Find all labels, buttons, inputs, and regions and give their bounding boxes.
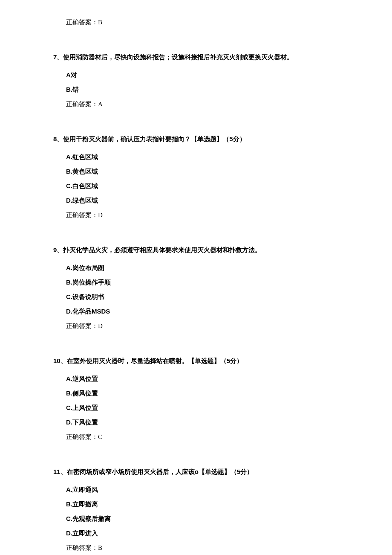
answer-value: D <box>98 323 103 329</box>
question-text: 在密闭场所或窄小场所使用灭火器后，人应该o【单选题】（5分） <box>67 468 254 475</box>
answer-value: D <box>98 212 103 218</box>
option-d: D.下风位置 <box>66 417 358 427</box>
option-a: A对 <box>66 70 358 80</box>
question-number: 8、 <box>53 135 63 142</box>
question-text: 使用消防器材后，尽快向设施科报告；设施科接报后补充灭火剂或更换灭火器材。 <box>63 53 293 61</box>
option-b: B.黄色区域 <box>66 166 358 177</box>
correct-answer: 正确答案：A <box>66 99 358 109</box>
option-d: D.绿色区域 <box>66 195 358 206</box>
option-a: A.立即通风 <box>66 485 358 495</box>
question-number: 9、 <box>53 246 63 253</box>
question-number: 10、 <box>53 357 67 364</box>
question-title: 11、在密闭场所或窄小场所使用灭火器后，人应该o【单选题】（5分） <box>53 467 358 477</box>
option-d: D.立即进入 <box>66 528 358 538</box>
answer-value: B <box>98 544 102 551</box>
option-c: C.先观察后撤离 <box>66 514 358 524</box>
option-c: C.上风位置 <box>66 403 358 413</box>
question-8: 8、使用干粉灭火器前，确认压力表指针要指向？【单选题】（5分） A.红色区域 B… <box>53 134 358 220</box>
question-title: 8、使用干粉灭火器前，确认压力表指针要指向？【单选题】（5分） <box>53 134 358 144</box>
question-title: 7、使用消防器材后，尽快向设施科报告；设施科接报后补充灭火剂或更换灭火器材。 <box>53 52 358 62</box>
answer-label: 正确答案： <box>66 323 98 329</box>
correct-answer: 正确答案：B <box>66 543 358 553</box>
option-b: B.侧风位置 <box>66 388 358 398</box>
answer-label: 正确答案： <box>66 212 98 218</box>
question-text: 在室外使用灭火器时，尽量选择站在喷射。【单选题】（5分） <box>67 357 243 364</box>
question-9: 9、扑灭化学品火灾，必须遵守相应具体要求来使用灭火器材和扑救方法。 A.岗位布局… <box>53 245 358 331</box>
question-number: 7、 <box>53 53 63 61</box>
correct-answer: 正确答案：C <box>66 432 358 442</box>
answer-label: 正确答案： <box>66 101 98 108</box>
option-b: B.立即撤离 <box>66 499 358 509</box>
option-b: B.错 <box>66 84 358 95</box>
document-content: 正确答案：B 7、使用消防器材后，尽快向设施科报告；设施科接报后补充灭火剂或更换… <box>0 17 392 553</box>
option-a: A.红色区域 <box>66 152 358 162</box>
answer-label: 正确答案： <box>66 19 98 26</box>
option-c: C.设备说明书 <box>66 292 358 302</box>
option-d: D.化学品MSDS <box>66 306 358 317</box>
question-11: 11、在密闭场所或窄小场所使用灭火器后，人应该o【单选题】（5分） A.立即通风… <box>53 467 358 553</box>
option-c: C.白色区域 <box>66 181 358 191</box>
options-list: A.逆风位置 B.侧风位置 C.上风位置 D.下风位置 正确答案：C <box>53 374 358 442</box>
option-a: A.岗位布局图 <box>66 263 358 273</box>
options-list: A.红色区域 B.黄色区域 C.白色区域 D.绿色区域 正确答案：D <box>53 152 358 220</box>
question-text: 使用干粉灭火器前，确认压力表指针要指向？【单选题】（5分） <box>63 135 245 142</box>
answer-value: C <box>98 433 102 440</box>
question-7: 7、使用消防器材后，尽快向设施科报告；设施科接报后补充灭火剂或更换灭火器材。 A… <box>53 52 358 109</box>
correct-answer: 正确答案：D <box>66 321 358 331</box>
answer-label: 正确答案： <box>66 433 98 440</box>
question-10: 10、在室外使用灭火器时，尽量选择站在喷射。【单选题】（5分） A.逆风位置 B… <box>53 356 358 442</box>
options-list: A对 B.错 正确答案：A <box>53 70 358 109</box>
answer-value: B <box>98 19 102 26</box>
options-list: A.立即通风 B.立即撤离 C.先观察后撤离 D.立即进入 正确答案：B <box>53 485 358 553</box>
question-number: 11、 <box>53 468 67 475</box>
option-a: A.逆风位置 <box>66 374 358 384</box>
question-title: 9、扑灭化学品火灾，必须遵守相应具体要求来使用灭火器材和扑救方法。 <box>53 245 358 255</box>
options-list: A.岗位布局图 B.岗位操作手顺 C.设备说明书 D.化学品MSDS 正确答案：… <box>53 263 358 331</box>
answer-value: A <box>98 101 103 108</box>
question-text: 扑灭化学品火灾，必须遵守相应具体要求来使用灭火器材和扑救方法。 <box>63 246 261 253</box>
q6-answer: 正确答案：B <box>53 17 358 27</box>
question-title: 10、在室外使用灭火器时，尽量选择站在喷射。【单选题】（5分） <box>53 356 358 366</box>
correct-answer: 正确答案：D <box>66 210 358 220</box>
option-b: B.岗位操作手顺 <box>66 277 358 288</box>
answer-label: 正确答案： <box>66 544 98 551</box>
